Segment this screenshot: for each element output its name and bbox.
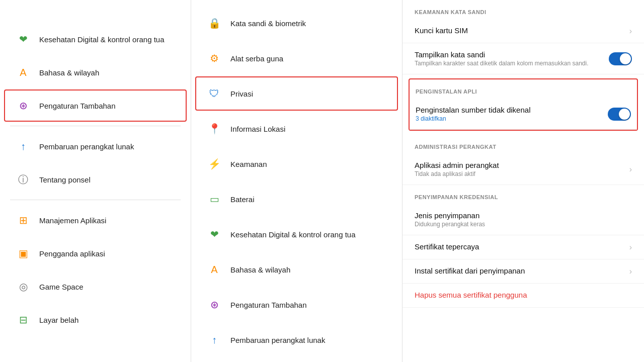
right-item-subtitle-show-password: Tampilkan karakter saat diketik dalam ko…	[415, 60, 609, 67]
menu-icon-additional-settings: ⊛	[15, 98, 31, 114]
middle-item-battery[interactable]: ▭Baterai	[195, 182, 398, 216]
middle-item-label-digital-health2: Kesehatan Digital & kontrol orang tua	[230, 230, 356, 239]
middle-icon-battery: ▭	[206, 191, 222, 207]
right-item-title-trusted-cert: Sertifikat tepercaya	[415, 242, 623, 251]
chevron-icon-sim-lock: ›	[629, 27, 632, 36]
chevron-icon-install-cert: ›	[629, 267, 632, 276]
middle-item-label-password-biometric: Kata sandi & biometrik	[230, 19, 306, 28]
sidebar-item-digital-health[interactable]: ❤Kesehatan Digital & kontrol orang tua	[4, 23, 187, 55]
section-header-app-install: PENGINSTALAN APLI	[410, 79, 637, 99]
menu-icon-software-update: ↑	[15, 138, 31, 154]
menu-icon-language: A	[15, 64, 31, 80]
section-header-credential-storage: PENYIMPANAN KREDENSIAL	[403, 185, 644, 204]
section-header-device-admin: ADMINISTRASI PERANGKAT	[403, 135, 644, 154]
right-item-left-delete-cert: Hapus semua sertifikat pengguna	[415, 291, 632, 300]
sidebar-item-language[interactable]: ABahasa & wilayah	[4, 56, 187, 88]
middle-panel: 🔒Kata sandi & biometrik⚙Alat serba guna🛡…	[191, 0, 403, 362]
divider	[10, 200, 181, 200]
middle-icon-additional-settings2: ⊛	[206, 297, 222, 313]
middle-item-security[interactable]: ⚡Keamanan	[195, 147, 398, 181]
middle-icon-security: ⚡	[206, 156, 222, 172]
right-item-title-admin-apps: Aplikasi admin perangkat	[415, 161, 623, 169]
middle-item-about-phone2[interactable]: ⓘTentang ponsel	[195, 358, 398, 362]
right-item-title-delete-cert: Hapus semua sertifikat pengguna	[415, 291, 632, 299]
left-menu: ❤Kesehatan Digital & kontrol orang tuaAB…	[0, 23, 191, 336]
menu-icon-about-phone: ⓘ	[15, 171, 31, 188]
middle-item-label-security: Keamanan	[230, 160, 267, 168]
section-box-app-install: PENGINSTALAN APLIPenginstalan sumber tid…	[409, 78, 638, 131]
right-item-unknown-source[interactable]: Penginstalan sumber tidak dikenal3 diakt…	[410, 99, 637, 130]
page-title	[0, 0, 191, 22]
right-item-title-install-cert: Instal sertifikat dari penyimpanan	[415, 266, 623, 275]
chevron-icon-admin-apps: ›	[629, 165, 632, 174]
right-item-left-trusted-cert: Sertifikat tepercaya	[415, 242, 623, 252]
middle-item-digital-health2[interactable]: ❤Kesehatan Digital & kontrol orang tua	[195, 217, 398, 251]
right-item-admin-apps[interactable]: Aplikasi admin perangkatTidak ada aplika…	[403, 154, 644, 185]
right-item-title-show-password: Tampilkan kata sandi	[415, 50, 609, 59]
middle-item-location[interactable]: 📍Informasi Lokasi	[195, 112, 398, 146]
right-item-left-unknown-source: Penginstalan sumber tidak dikenal3 diakt…	[416, 106, 608, 122]
right-item-storage-type[interactable]: Jenis penyimpananDidukung perangkat kera…	[403, 204, 644, 235]
middle-item-password-biometric[interactable]: 🔒Kata sandi & biometrik	[195, 6, 398, 40]
right-item-left-show-password: Tampilkan kata sandiTampilkan karakter s…	[415, 50, 609, 67]
right-item-install-cert[interactable]: Instal sertifikat dari penyimpanan›	[403, 259, 644, 284]
toggle-show-password[interactable]	[609, 52, 632, 65]
middle-item-label-battery: Baterai	[230, 195, 255, 204]
middle-icon-location: 📍	[206, 121, 222, 137]
right-item-delete-cert[interactable]: Hapus semua sertifikat pengguna	[403, 284, 644, 308]
right-panel: KEAMANAN KATA SANDIKunci kartu SIM›Tampi…	[403, 0, 644, 362]
sidebar-item-software-update[interactable]: ↑Pembaruan perangkat lunak	[4, 130, 187, 162]
sidebar-item-game-space[interactable]: ◎Game Space	[4, 270, 187, 303]
sidebar-item-label-digital-health: Kesehatan Digital & kontrol orang tua	[39, 35, 165, 44]
right-item-sim-lock[interactable]: Kunci kartu SIM›	[403, 19, 644, 43]
middle-item-privacy[interactable]: 🛡Privasi	[195, 76, 398, 111]
middle-item-multi-purpose[interactable]: ⚙Alat serba guna	[195, 41, 398, 75]
right-item-subtitle-storage-type: Didukung perangkat keras	[415, 221, 632, 228]
section-header-password-security: KEAMANAN KATA SANDI	[403, 0, 644, 19]
right-item-show-password[interactable]: Tampilkan kata sandiTampilkan karakter s…	[403, 43, 644, 74]
right-item-trusted-cert[interactable]: Sertifikat tepercaya›	[403, 235, 644, 259]
sidebar-item-label-split-screen: Layar belah	[39, 316, 78, 324]
middle-item-label-multi-purpose: Alat serba guna	[230, 54, 283, 63]
sidebar-item-label-additional-settings: Pengaturan Tambahan	[39, 102, 116, 110]
toggle-knob-show-password	[620, 53, 631, 64]
chevron-icon-trusted-cert: ›	[629, 243, 632, 252]
middle-item-software-update2[interactable]: ↑Pembaruan perangkat lunak	[195, 323, 398, 357]
sidebar-item-label-game-space: Game Space	[39, 283, 84, 291]
left-panel: ❤Kesehatan Digital & kontrol orang tuaAB…	[0, 0, 191, 362]
right-item-title-storage-type: Jenis penyimpanan	[415, 211, 632, 220]
sidebar-item-dual-app[interactable]: ▣Pengganda aplikasi	[4, 237, 187, 269]
middle-icon-digital-health2: ❤	[206, 226, 222, 242]
sidebar-item-split-screen[interactable]: ⊟Layar belah	[4, 304, 187, 336]
middle-item-language2[interactable]: ABahasa & wilayah	[195, 252, 398, 287]
middle-icon-multi-purpose: ⚙	[206, 50, 222, 66]
middle-item-label-software-update2: Pembaruan perangkat lunak	[230, 336, 325, 344]
menu-icon-digital-health: ❤	[15, 31, 31, 47]
sidebar-item-label-app-management: Manajemen Aplikasi	[39, 216, 106, 225]
sidebar-item-about-phone[interactable]: ⓘTentang ponsel	[4, 163, 187, 196]
right-item-subtitle-admin-apps: Tidak ada aplikasi aktif	[415, 170, 623, 177]
right-item-left-admin-apps: Aplikasi admin perangkatTidak ada aplika…	[415, 161, 623, 177]
middle-item-label-privacy: Privasi	[230, 89, 253, 98]
middle-item-additional-settings2[interactable]: ⊛Pengaturan Tambahan	[195, 288, 398, 322]
middle-item-label-additional-settings2: Pengaturan Tambahan	[230, 301, 307, 309]
right-item-left-storage-type: Jenis penyimpananDidukung perangkat kera…	[415, 211, 632, 228]
sidebar-item-label-about-phone: Tentang ponsel	[39, 175, 91, 184]
sidebar-item-additional-settings[interactable]: ⊛Pengaturan Tambahan	[4, 89, 187, 122]
toggle-knob-unknown-source	[619, 109, 630, 120]
toggle-unknown-source[interactable]	[608, 108, 631, 121]
middle-icon-privacy: 🛡	[206, 85, 222, 102]
sidebar-item-app-management[interactable]: ⊞Manajemen Aplikasi	[4, 204, 187, 236]
right-item-subtitle-unknown-source: 3 diaktifkan	[416, 115, 608, 122]
sidebar-item-label-dual-app: Pengganda aplikasi	[39, 249, 105, 258]
sidebar-item-label-software-update: Pembaruan perangkat lunak	[39, 142, 134, 151]
menu-icon-dual-app: ▣	[15, 245, 31, 261]
middle-icon-language2: A	[206, 261, 222, 278]
middle-item-label-language2: Bahasa & wilayah	[230, 265, 290, 274]
middle-icon-password-biometric: 🔒	[206, 15, 222, 31]
middle-menu: 🔒Kata sandi & biometrik⚙Alat serba guna🛡…	[191, 6, 402, 362]
right-content: KEAMANAN KATA SANDIKunci kartu SIM›Tampi…	[403, 0, 644, 308]
right-item-left-install-cert: Instal sertifikat dari penyimpanan	[415, 266, 623, 276]
menu-icon-game-space: ◎	[15, 279, 31, 295]
right-item-title-sim-lock: Kunci kartu SIM	[415, 26, 623, 35]
